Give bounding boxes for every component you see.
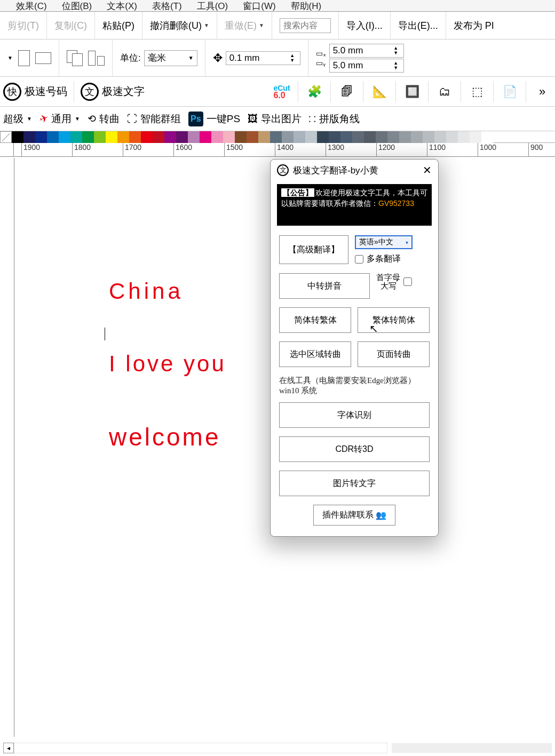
crop-icon[interactable]: ⬚: [467, 82, 487, 101]
ruler-origin[interactable]: [0, 143, 14, 157]
color-swatch[interactable]: [70, 131, 82, 143]
color-swatch[interactable]: [411, 131, 423, 143]
scroll-track[interactable]: [392, 743, 552, 753]
menu-table[interactable]: 表格(T): [152, 0, 182, 11]
canvas-text-1[interactable]: China: [109, 278, 184, 304]
color-swatch[interactable]: [387, 131, 399, 143]
import-button[interactable]: 导入(I)...: [339, 12, 391, 39]
portrait-icon[interactable]: [18, 50, 30, 66]
oneclick-ps-button[interactable]: Ps一键PS: [188, 112, 240, 126]
nudge-input[interactable]: 0.1 mm▲▼: [226, 51, 300, 65]
to-curve-button[interactable]: ⟲转曲: [88, 112, 120, 126]
color-swatch[interactable]: [423, 131, 434, 143]
color-swatch[interactable]: [481, 131, 493, 143]
color-swatch[interactable]: [317, 131, 329, 143]
dup-x-input[interactable]: 5.0 mm▲▼: [329, 44, 404, 58]
general-button[interactable]: ✈通用▼: [39, 112, 80, 126]
menu-help[interactable]: 帮助(H): [291, 0, 322, 11]
chevron-down-icon[interactable]: ▼: [204, 22, 209, 28]
color-swatch[interactable]: [270, 131, 282, 143]
chevron-down-icon[interactable]: ▼: [7, 55, 13, 61]
tool-icon-4[interactable]: 🔲: [402, 82, 422, 101]
color-swatch[interactable]: [247, 131, 258, 143]
tool-icon-2[interactable]: 🗐: [337, 82, 356, 101]
menu-bitmap[interactable]: 位图(B): [62, 0, 92, 11]
color-swatch[interactable]: [294, 131, 305, 143]
corner-mark-button[interactable]: ⸬拼版角线: [309, 112, 360, 126]
color-swatch[interactable]: [164, 131, 176, 143]
close-icon[interactable]: ✕: [423, 164, 432, 177]
color-swatch[interactable]: [434, 131, 446, 143]
color-swatch[interactable]: [200, 131, 211, 143]
color-swatch[interactable]: [458, 131, 470, 143]
ecut-icon[interactable]: eCut6.0: [272, 82, 291, 101]
tool-icon-7[interactable]: 📄: [500, 82, 519, 101]
tool-icon-1[interactable]: 🧩: [305, 82, 324, 101]
smart-group-button[interactable]: ⛶智能群组: [127, 112, 181, 126]
contact-button[interactable]: 插件贴牌联系👥: [313, 505, 395, 526]
to-pinyin-button[interactable]: 中转拼音: [279, 273, 370, 299]
advanced-translate-button[interactable]: 【高级翻译】: [279, 235, 348, 264]
color-swatch[interactable]: [176, 131, 188, 143]
speed-text-button[interactable]: 极速文字: [102, 84, 145, 99]
color-swatch[interactable]: [12, 131, 23, 143]
facing-pages-icon[interactable]: [67, 50, 85, 66]
color-swatch[interactable]: [470, 131, 481, 143]
simplified-to-traditional-button[interactable]: 简体转繁体: [279, 307, 351, 333]
paste-button[interactable]: 粘贴(P): [95, 12, 142, 39]
color-swatch[interactable]: [376, 131, 387, 143]
search-input[interactable]: [272, 12, 339, 39]
image-to-text-button[interactable]: 图片转文字: [279, 471, 430, 496]
multi-translate-checkbox[interactable]: 多条翻译: [355, 253, 401, 265]
layers-icon[interactable]: 🗂: [435, 82, 454, 101]
color-swatch[interactable]: [153, 131, 164, 143]
page-to-curve-button[interactable]: 页面转曲: [358, 341, 430, 367]
page-layout-icons[interactable]: [59, 39, 113, 76]
menu-text[interactable]: 文本(X): [107, 0, 137, 11]
color-swatch[interactable]: [305, 131, 317, 143]
color-swatch[interactable]: [364, 131, 376, 143]
color-swatch[interactable]: [59, 131, 70, 143]
color-swatch[interactable]: [141, 131, 153, 143]
no-color-swatch[interactable]: [0, 131, 12, 143]
selection-to-curve-button[interactable]: 选中区域转曲: [279, 341, 351, 367]
color-swatch[interactable]: [94, 131, 106, 143]
capitalize-checkbox[interactable]: [403, 277, 412, 286]
color-swatch[interactable]: [223, 131, 235, 143]
color-swatch[interactable]: [329, 131, 340, 143]
page-orientation[interactable]: ▼: [0, 39, 59, 76]
color-swatch[interactable]: [82, 131, 94, 143]
color-swatch[interactable]: [340, 131, 352, 143]
traditional-to-simplified-button[interactable]: 繁体转简体: [358, 307, 430, 333]
publish-button[interactable]: 发布为 PI: [446, 12, 502, 39]
overflow-icon[interactable]: »: [533, 82, 552, 101]
landscape-icon[interactable]: [35, 52, 51, 64]
color-swatch[interactable]: [352, 131, 364, 143]
menu-tools[interactable]: 工具(O): [197, 0, 228, 11]
color-swatch[interactable]: [399, 131, 411, 143]
color-swatch[interactable]: [106, 131, 117, 143]
dup-y-input[interactable]: 5.0 mm▲▼: [329, 59, 404, 73]
menu-effects[interactable]: 效果(C): [16, 0, 47, 11]
color-swatch[interactable]: [211, 131, 223, 143]
color-swatch[interactable]: [117, 131, 129, 143]
color-swatch[interactable]: [446, 131, 458, 143]
color-swatch[interactable]: [129, 131, 141, 143]
super-button[interactable]: 超级▼: [3, 112, 32, 126]
units-select[interactable]: 毫米▼: [144, 50, 197, 66]
ruler-icon[interactable]: 📐: [370, 82, 389, 101]
export-button[interactable]: 导出(E)...: [391, 12, 446, 39]
speed-number-icon[interactable]: 快: [3, 83, 21, 101]
language-select[interactable]: 英语»中文▾: [355, 235, 413, 249]
menu-window[interactable]: 窗口(W): [243, 0, 275, 11]
font-detect-button[interactable]: 字体识别: [279, 402, 430, 428]
export-image-button[interactable]: 🖼导出图片: [248, 112, 302, 126]
speed-number-button[interactable]: 极速号码: [25, 84, 67, 99]
canvas-text-3[interactable]: welcome: [109, 423, 221, 451]
color-swatch[interactable]: [23, 131, 35, 143]
scroll-left-icon[interactable]: ◂: [3, 743, 14, 753]
color-swatch[interactable]: [188, 131, 200, 143]
color-swatch[interactable]: [282, 131, 294, 143]
color-swatch[interactable]: [47, 131, 59, 143]
color-swatch[interactable]: [258, 131, 270, 143]
